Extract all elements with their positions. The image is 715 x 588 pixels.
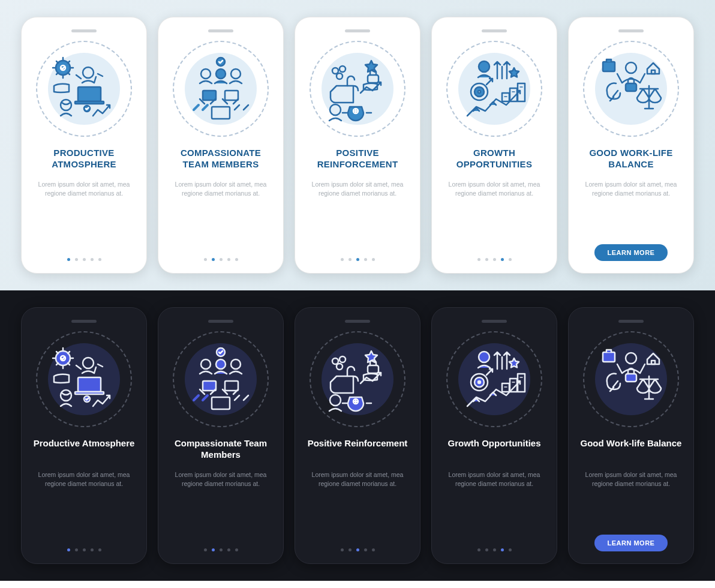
page-indicator bbox=[341, 548, 375, 551]
phone-speaker bbox=[71, 29, 97, 32]
page-dot[interactable] bbox=[235, 258, 238, 261]
page-dot[interactable] bbox=[501, 258, 504, 261]
svg-rect-44 bbox=[212, 397, 230, 409]
page-dot[interactable] bbox=[341, 548, 344, 551]
page-dot[interactable] bbox=[372, 548, 375, 551]
team-icon bbox=[173, 41, 269, 137]
page-dot[interactable] bbox=[493, 258, 496, 261]
page-dot[interactable] bbox=[356, 258, 359, 261]
svg-point-33 bbox=[83, 358, 94, 368]
svg-point-40 bbox=[216, 359, 226, 369]
svg-rect-27 bbox=[603, 62, 615, 71]
page-dot[interactable] bbox=[485, 258, 488, 261]
page-dot[interactable] bbox=[83, 258, 86, 261]
svg-rect-34 bbox=[78, 377, 101, 392]
onboarding-screen-4: Good Work-life BalanceLorem ipsum dolor … bbox=[568, 307, 694, 564]
phone-speaker bbox=[482, 320, 507, 323]
page-indicator bbox=[67, 548, 101, 551]
svg-rect-13 bbox=[212, 107, 230, 119]
screen-title: COMPASSIONATE TEAM MEMBERS bbox=[168, 148, 274, 170]
positive-icon bbox=[310, 331, 405, 427]
onboarding-screen-2: POSITIVE REINFORCEMENTLorem ipsum dolor … bbox=[295, 17, 420, 274]
page-dot[interactable] bbox=[220, 258, 223, 261]
page-dot[interactable] bbox=[235, 548, 238, 551]
svg-point-54 bbox=[478, 381, 480, 383]
page-dot[interactable] bbox=[227, 258, 230, 261]
onboarding-screen-2: Positive ReinforcementLorem ipsum dolor … bbox=[295, 307, 420, 564]
screen-title: Compassionate Team Members bbox=[168, 438, 274, 461]
page-dot[interactable] bbox=[98, 548, 101, 551]
svg-rect-55 bbox=[502, 383, 509, 392]
onboarding-screen-0: PRODUCTIVE ATMOSPHERELorem ipsum dolor s… bbox=[21, 17, 147, 274]
page-dot[interactable] bbox=[477, 258, 480, 261]
svg-point-41 bbox=[231, 359, 241, 369]
svg-rect-28 bbox=[651, 70, 655, 74]
onboarding-row-light: PRODUCTIVE ATMOSPHERELorem ipsum dolor s… bbox=[0, 0, 715, 290]
phone-speaker bbox=[482, 29, 507, 32]
page-dot[interactable] bbox=[83, 548, 86, 551]
growth-icon bbox=[446, 41, 542, 137]
svg-point-60 bbox=[626, 353, 636, 364]
svg-point-46 bbox=[332, 358, 338, 364]
page-dot[interactable] bbox=[493, 548, 496, 551]
page-dot[interactable] bbox=[212, 258, 215, 261]
screen-description: Lorem ipsum dolor sit amet, mea regione … bbox=[578, 180, 684, 206]
page-dot[interactable] bbox=[91, 258, 94, 261]
page-dot[interactable] bbox=[356, 548, 359, 551]
screen-description: Lorem ipsum dolor sit amet, mea regione … bbox=[305, 470, 410, 497]
svg-point-17 bbox=[337, 73, 343, 79]
page-indicator bbox=[204, 258, 238, 261]
page-indicator bbox=[477, 258, 512, 261]
page-dot[interactable] bbox=[75, 258, 78, 261]
page-dot[interactable] bbox=[212, 548, 215, 551]
screen-description: Lorem ipsum dolor sit amet, mea regione … bbox=[168, 180, 274, 206]
phone-speaker bbox=[208, 320, 233, 323]
svg-point-2 bbox=[83, 67, 94, 78]
screen-description: Lorem ipsum dolor sit amet, mea regione … bbox=[441, 470, 547, 497]
svg-point-47 bbox=[340, 356, 346, 362]
page-dot[interactable] bbox=[204, 548, 207, 551]
page-indicator bbox=[477, 548, 512, 551]
screen-title: POSITIVE REINFORCEMENT bbox=[305, 148, 410, 170]
svg-rect-61 bbox=[626, 374, 636, 382]
page-dot[interactable] bbox=[477, 548, 480, 551]
svg-rect-12 bbox=[225, 91, 238, 100]
onboarding-screen-3: GROWTH OPPORTUNITIESLorem ipsum dolor si… bbox=[431, 17, 557, 274]
svg-point-16 bbox=[340, 66, 346, 72]
page-dot[interactable] bbox=[349, 258, 352, 261]
page-dot[interactable] bbox=[501, 548, 504, 551]
learn-more-button[interactable]: LEARN MORE bbox=[594, 535, 668, 551]
page-dot[interactable] bbox=[364, 548, 367, 551]
page-dot[interactable] bbox=[67, 258, 70, 261]
phone-speaker bbox=[208, 29, 233, 32]
learn-more-button[interactable]: LEARN MORE bbox=[594, 244, 668, 261]
page-dot[interactable] bbox=[372, 258, 375, 261]
svg-rect-4 bbox=[75, 101, 104, 104]
svg-point-51 bbox=[479, 352, 489, 362]
screen-title: Growth Opportunities bbox=[448, 438, 541, 461]
page-dot[interactable] bbox=[341, 258, 344, 261]
onboarding-screen-1: COMPASSIONATE TEAM MEMBERSLorem ipsum do… bbox=[158, 17, 284, 274]
page-dot[interactable] bbox=[227, 548, 230, 551]
phone-speaker bbox=[618, 320, 644, 323]
onboarding-screen-1: Compassionate Team MembersLorem ipsum do… bbox=[158, 307, 284, 564]
onboarding-screen-4: GOOD WORK-LIFE BALANCELorem ipsum dolor … bbox=[568, 17, 694, 274]
page-dot[interactable] bbox=[98, 258, 101, 261]
page-dot[interactable] bbox=[485, 548, 488, 551]
page-dot[interactable] bbox=[509, 548, 512, 551]
page-dot[interactable] bbox=[509, 258, 512, 261]
page-dot[interactable] bbox=[349, 548, 352, 551]
page-dot[interactable] bbox=[204, 258, 207, 261]
page-dot[interactable] bbox=[364, 258, 367, 261]
onboarding-screen-3: Growth OpportunitiesLorem ipsum dolor si… bbox=[431, 307, 557, 564]
page-dot[interactable] bbox=[91, 548, 94, 551]
svg-rect-42 bbox=[203, 381, 216, 391]
screen-title: GROWTH OPPORTUNITIES bbox=[441, 148, 547, 170]
page-dot[interactable] bbox=[67, 548, 70, 551]
svg-rect-35 bbox=[75, 392, 104, 394]
page-dot[interactable] bbox=[220, 548, 223, 551]
phone-speaker bbox=[345, 29, 370, 32]
svg-rect-11 bbox=[203, 91, 216, 100]
page-dot[interactable] bbox=[75, 548, 78, 551]
svg-point-23 bbox=[478, 91, 480, 93]
